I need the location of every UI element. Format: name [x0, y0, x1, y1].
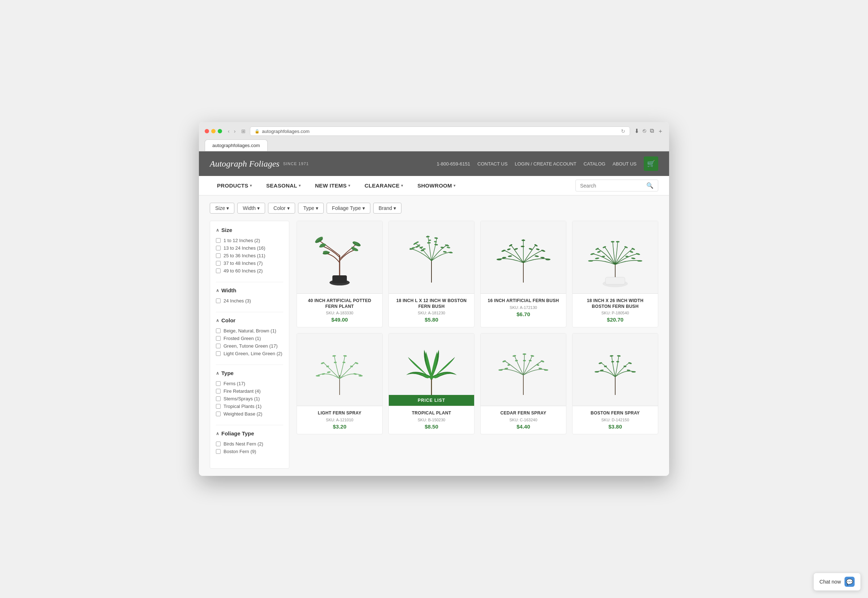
width-filter-item[interactable]: 24 Inches (3): [216, 297, 283, 305]
size-filter-item[interactable]: 1 to 12 Inches (2): [216, 237, 283, 244]
product-card-2[interactable]: 18 INCH L X 12 INCH W BOSTON FERN BUSH S…: [388, 221, 475, 327]
color-filter-item[interactable]: Frosted Green (1): [216, 335, 283, 342]
tropical-illustration: [404, 339, 459, 401]
color-filter-item[interactable]: Beige, Natural, Brown (1): [216, 327, 283, 335]
about-us-link[interactable]: ABOUT US: [613, 161, 637, 167]
logo-area: Autograph Foliages SINCE 1971: [210, 159, 309, 169]
nav-seasonal[interactable]: SEASONAL ▾: [259, 176, 308, 195]
address-bar[interactable]: 🔒 autographfoliages.com ↻: [250, 127, 630, 136]
product-info-8: BOSTON FERN SPRAY SKU: D-142150 $3.80: [573, 406, 658, 434]
nav-clearance[interactable]: CLEARANCE ▾: [357, 176, 410, 195]
search-button[interactable]: 🔍: [646, 182, 654, 189]
filter-pill-brand[interactable]: Brand ▾: [373, 203, 402, 214]
color-filter-item[interactable]: Light Green, Lime Green (2): [216, 350, 283, 357]
type-ferns-checkbox[interactable]: [216, 381, 220, 386]
foliage-filter-header[interactable]: ∧ Foliage Type: [216, 431, 283, 437]
filter-pill-width[interactable]: Width ▾: [237, 203, 265, 214]
minimize-dot[interactable]: [211, 129, 216, 133]
foliage-filter-item[interactable]: Boston Fern (9): [216, 448, 283, 455]
type-tropical-checkbox[interactable]: [216, 404, 220, 409]
type-filter-item[interactable]: Fire Retardant (4): [216, 387, 283, 395]
product-card-5[interactable]: LIGHT FERN SPRAY SKU: A-121010 $3.20: [297, 333, 383, 434]
product-card-8[interactable]: BOSTON FERN SPRAY SKU: D-142150 $3.80: [572, 333, 658, 434]
color-frosted-checkbox[interactable]: [216, 336, 220, 341]
size-49-60-checkbox[interactable]: [216, 269, 220, 273]
svg-point-67: [636, 253, 640, 256]
color-beige-checkbox[interactable]: [216, 329, 220, 333]
size-37-48-checkbox[interactable]: [216, 261, 220, 266]
close-dot[interactable]: [205, 129, 209, 133]
browser-tab[interactable]: autographfoliages.com: [205, 139, 268, 151]
type-filter-item[interactable]: Tropical Plants (1): [216, 402, 283, 410]
type-filter-header[interactable]: ∧ Type: [216, 370, 283, 376]
brand-chevron-icon: ▾: [393, 205, 396, 211]
maximize-dot[interactable]: [218, 129, 222, 133]
foliage-filter-item[interactable]: Birds Nest Fern (2): [216, 440, 283, 448]
filter-pill-color[interactable]: Color ▾: [268, 203, 295, 214]
tabs-icon[interactable]: ⧉: [650, 127, 654, 135]
size-filter-item[interactable]: 13 to 24 Inches (16): [216, 244, 283, 252]
share-icon[interactable]: ⎋: [643, 127, 646, 135]
type-tropical-label: Tropical Plants (1): [223, 404, 261, 409]
product-card-4[interactable]: 18 INCH X 26 INCH WIDTH BOSTON FERN BUSH…: [572, 221, 658, 327]
search-input[interactable]: [580, 183, 643, 188]
forward-button[interactable]: ›: [232, 127, 237, 135]
cart-button[interactable]: 🛒: [644, 157, 658, 171]
contact-us-link[interactable]: CONTACT US: [477, 161, 507, 167]
chat-widget[interactable]: Chat now 💬: [813, 573, 861, 591]
size-13-24-checkbox[interactable]: [216, 246, 220, 250]
phone-number[interactable]: 1-800-659-6151: [437, 161, 471, 167]
type-filter-item[interactable]: Stems/Sprays (1): [216, 395, 283, 402]
size-25-36-checkbox[interactable]: [216, 253, 220, 258]
svg-point-48: [536, 248, 540, 250]
chat-icon: 💬: [844, 577, 855, 587]
svg-point-98: [536, 364, 540, 366]
reload-icon[interactable]: ↻: [621, 128, 625, 134]
width-filter-header[interactable]: ∧ Width: [216, 287, 283, 293]
filter-pill-type[interactable]: Type ▾: [298, 203, 324, 214]
size-1-12-label: 1 to 12 Inches (2): [223, 238, 260, 243]
chat-label: Chat now: [820, 579, 841, 585]
color-lightgreen-checkbox[interactable]: [216, 351, 220, 356]
type-filter-item[interactable]: Ferns (17): [216, 380, 283, 387]
size-1-12-checkbox[interactable]: [216, 238, 220, 243]
catalog-link[interactable]: CATALOG: [584, 161, 606, 167]
size-filter-item[interactable]: 49 to 60 Inches (2): [216, 267, 283, 275]
color-filter-header[interactable]: ∧ Color: [216, 317, 283, 323]
download-icon[interactable]: ⬇: [634, 127, 639, 135]
type-fire-checkbox[interactable]: [216, 389, 220, 393]
color-collapse-icon: ∧: [216, 318, 219, 323]
product-sku-4: SKU: P-180540: [577, 311, 654, 315]
product-card-7[interactable]: CEDAR FERN SPRAY SKU: C-163240 $4.40: [480, 333, 567, 434]
product-card-3[interactable]: 16 INCH ARTIFICIAL FERN BUSH SKU: A-1721…: [480, 221, 567, 327]
color-green-checkbox[interactable]: [216, 344, 220, 348]
svg-point-20: [426, 236, 430, 238]
foliage-filter-label: Foliage Type: [221, 431, 254, 437]
new-tab-icon[interactable]: ＋: [658, 127, 663, 135]
nav-showroom[interactable]: SHOWROOM ▾: [410, 176, 463, 195]
type-weighted-checkbox[interactable]: [216, 411, 220, 416]
size-filter-header[interactable]: ∧ Size: [216, 227, 283, 233]
size-filter-item[interactable]: 37 to 48 Inches (7): [216, 259, 283, 267]
back-button[interactable]: ‹: [226, 127, 231, 135]
foliage-birdsnest-checkbox[interactable]: [216, 441, 220, 446]
price-list-overlay[interactable]: PRICE LIST: [389, 395, 474, 406]
type-filter-item[interactable]: Weighted Base (2): [216, 410, 283, 418]
filter-pill-foliage-type[interactable]: Foliage Type ▾: [327, 203, 370, 214]
login-link[interactable]: LOGIN / CREATE ACCOUNT: [515, 161, 576, 167]
nav-new-items[interactable]: NEW ITEMS ▾: [308, 176, 357, 195]
product-card-1[interactable]: 40 INCH ARTIFICIAL POTTED FERN PLANT SKU…: [297, 221, 383, 327]
color-filter-item[interactable]: Green, Tutone Green (17): [216, 342, 283, 350]
type-stems-checkbox[interactable]: [216, 396, 220, 401]
foliage-boston-checkbox[interactable]: [216, 449, 220, 454]
filter-pills: Size ▾ Width ▾ Color ▾ Type ▾ Foliage Ty…: [210, 203, 658, 214]
nav-products[interactable]: PRODUCTS ▾: [210, 176, 259, 195]
size-filter-item[interactable]: 25 to 36 Inches (11): [216, 252, 283, 259]
product-image-2: [389, 221, 474, 293]
site-logo[interactable]: Autograph Foliages: [210, 159, 280, 169]
svg-point-49: [546, 259, 550, 260]
tab-view-button[interactable]: ⊞: [241, 128, 246, 134]
product-card-6[interactable]: PRICE LIST TROPICAL PLANT SKU: B-150230 …: [388, 333, 475, 434]
filter-pill-size[interactable]: Size ▾: [210, 203, 234, 214]
width-24-checkbox[interactable]: [216, 299, 220, 303]
